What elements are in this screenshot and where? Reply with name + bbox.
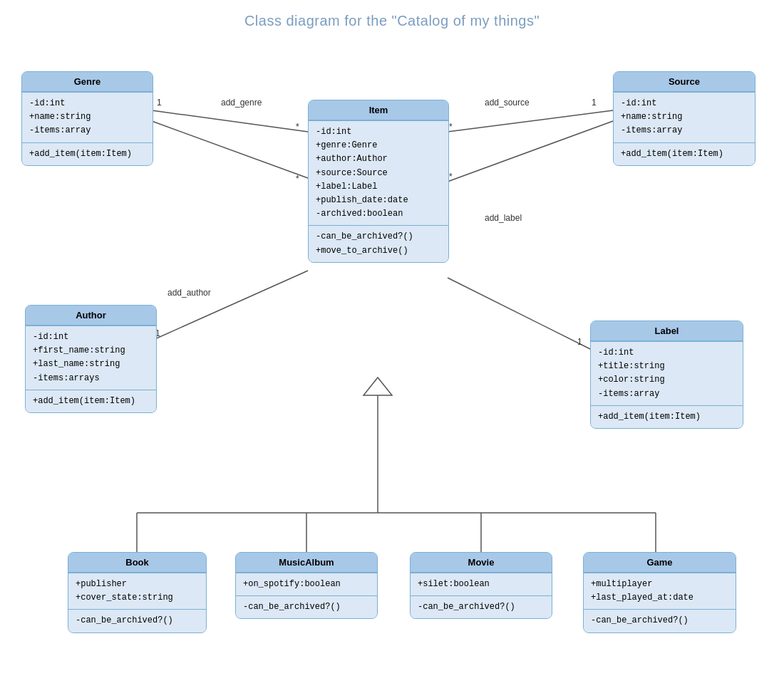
svg-text:1: 1 — [157, 98, 162, 108]
item-class: Item -id:int +genre:Genre +author:Author… — [308, 100, 449, 263]
game-attributes: +multiplayer +last_played_at:date — [584, 573, 736, 609]
svg-line-6 — [448, 110, 613, 132]
book-class: Book +publisher +cover_state:string -can… — [68, 552, 207, 633]
svg-text:add_source: add_source — [485, 98, 530, 108]
svg-text:add_label: add_label — [485, 213, 522, 223]
svg-text:add_author: add_author — [167, 288, 211, 298]
svg-text:*: * — [449, 122, 453, 132]
musicalbum-header: MusicAlbum — [236, 553, 377, 573]
svg-line-12 — [152, 271, 308, 340]
author-attributes: -id:int +first_name:string +last_name:st… — [26, 325, 156, 390]
movie-class: Movie +silet:boolean -can_be_archived?() — [410, 552, 552, 619]
svg-text:1: 1 — [592, 98, 597, 108]
svg-line-15 — [448, 278, 590, 349]
svg-text:add_genre: add_genre — [221, 98, 262, 108]
genre-header: Genre — [22, 72, 153, 92]
svg-text:1: 1 — [577, 337, 582, 347]
author-class: Author -id:int +first_name:string +last_… — [25, 305, 157, 413]
svg-marker-18 — [363, 377, 392, 395]
diagram-title: Class diagram for the "Catalog of my thi… — [0, 0, 784, 29]
musicalbum-methods: -can_be_archived?() — [236, 595, 377, 618]
label-class: Label -id:int +title:string +color:strin… — [590, 321, 743, 429]
item-attributes: -id:int +genre:Genre +author:Author +sou… — [309, 120, 448, 225]
movie-methods: -can_be_archived?() — [411, 595, 552, 618]
svg-text:*: * — [296, 174, 299, 184]
label-header: Label — [591, 321, 743, 341]
source-attributes: -id:int +name:string -items:array — [614, 92, 755, 142]
author-methods: +add_item(item:Item) — [26, 390, 156, 412]
item-methods: -can_be_archived?() +move_to_archive() — [309, 225, 448, 261]
book-attributes: +publisher +cover_state:string — [68, 573, 206, 609]
label-methods: +add_item(item:Item) — [591, 405, 743, 428]
game-header: Game — [584, 553, 736, 573]
book-methods: -can_be_archived?() — [68, 609, 206, 632]
svg-line-10 — [448, 121, 613, 182]
source-methods: +add_item(item:Item) — [614, 142, 755, 165]
svg-text:*: * — [296, 122, 299, 132]
game-class: Game +multiplayer +last_played_at:date -… — [583, 552, 736, 633]
musicalbum-class: MusicAlbum +on_spotify:boolean -can_be_a… — [235, 552, 378, 619]
game-methods: -can_be_archived?() — [584, 609, 736, 632]
label-attributes: -id:int +title:string +color:string -ite… — [591, 341, 743, 405]
movie-attributes: +silet:boolean — [411, 573, 552, 595]
svg-text:*: * — [449, 172, 453, 182]
book-header: Book — [68, 553, 206, 573]
movie-header: Movie — [411, 553, 552, 573]
item-header: Item — [309, 100, 448, 120]
svg-line-0 — [152, 110, 308, 132]
genre-methods: +add_item(item:Item) — [22, 142, 153, 165]
source-class: Source -id:int +name:string -items:array… — [613, 71, 755, 166]
musicalbum-attributes: +on_spotify:boolean — [236, 573, 377, 595]
genre-attributes: -id:int +name:string -items:array — [22, 92, 153, 142]
genre-class: Genre -id:int +name:string -items:array … — [21, 71, 153, 166]
source-header: Source — [614, 72, 755, 92]
diagram-container: Class diagram for the "Catalog of my thi… — [0, 0, 784, 698]
svg-line-4 — [152, 121, 308, 178]
author-header: Author — [26, 306, 156, 325]
